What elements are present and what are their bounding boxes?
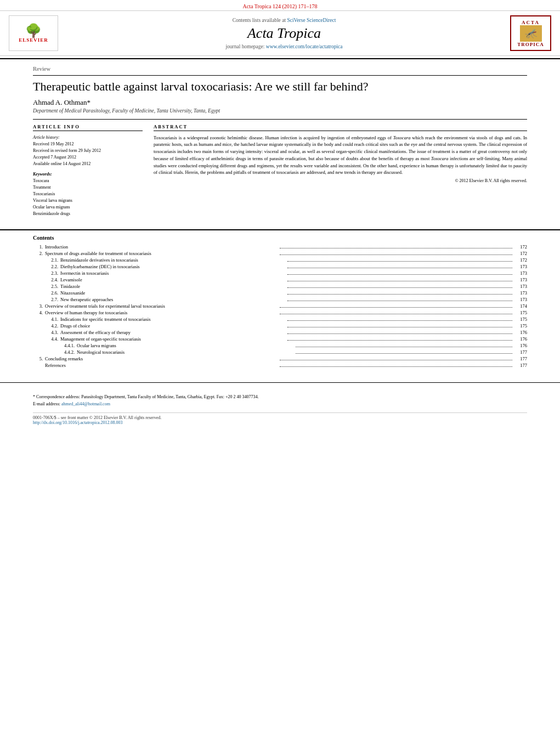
article-info-label: ARTICLE INFO [33, 124, 143, 131]
abstract-label: ABSTRACT [154, 124, 527, 131]
toc-item-4: 4. Overview of human therapy for toxocar… [33, 310, 527, 316]
toc-sub-num: 4.4. [45, 336, 60, 342]
correspondence-label: * Correspondence address: [33, 394, 80, 399]
copyright-text: 0001-706X/$ – see front matter © 2012 El… [33, 415, 527, 420]
toc-dots [287, 340, 513, 341]
toc-title: Tinidazole [60, 284, 286, 289]
toc-page: 177 [514, 356, 527, 361]
toc-dots [280, 314, 513, 314]
toc-num: 4. [33, 310, 45, 315]
toc-title: Spectrum of drugs available for treatmen… [45, 251, 278, 256]
toc-item-2-2: 2.2. Diethylcarbamazine (DEC) in toxocar… [45, 264, 527, 270]
abstract-copyright: © 2012 Elsevier B.V. All rights reserved… [154, 178, 527, 183]
toc-subsub-num: 4.4.2. [57, 349, 77, 355]
homepage-url[interactable]: www.elsevier.com/locate/actatropica [266, 44, 343, 49]
toc-dots [287, 301, 513, 301]
toc-dots [287, 281, 513, 281]
toc-num: 1. [33, 244, 45, 250]
journal-top-bar: Acta Tropica 124 (2012) 171–178 [0, 0, 560, 11]
journal-title-center: Contents lists available at SciVerse Sci… [58, 18, 510, 49]
page: Acta Tropica 124 (2012) 171–178 🌳 ELSEVI… [0, 0, 560, 741]
toc-title: Overview of human therapy for toxocarias… [45, 310, 278, 315]
contents-section: Contents 1. Introduction 172 2. Spectrum… [0, 229, 560, 374]
toc-sub-num: 2.1. [45, 257, 60, 263]
elsevier-wordmark: ELSEVIER [19, 37, 48, 43]
toc-dots [287, 320, 513, 321]
toc-page: 172 [514, 251, 527, 256]
acta-tropica-logo: ACTA 🦟 TROPICA [510, 15, 551, 51]
author-affiliation: Department of Medical Parasitology, Facu… [33, 108, 527, 114]
toc-title: Neurological toxocariasis [77, 349, 294, 355]
toc-title: Levamisole [60, 277, 286, 282]
toc-dots [287, 294, 513, 295]
toc-sub-num: 4.2. [45, 323, 60, 329]
doi-link[interactable]: http://dx.doi.org/10.1016/j.actatropica.… [33, 420, 527, 425]
abstract-text: Toxocariasis is a widespread zoonotic he… [154, 134, 527, 177]
toc-sub-num: 4.1. [45, 316, 60, 322]
available-online-date: Available online 14 August 2012 [33, 161, 143, 167]
toc-item-3: 3. Overview of treatment trials for expe… [33, 303, 527, 309]
elsevier-tree-icon: 🌳 [25, 24, 42, 37]
toc-item-4-2: 4.2. Drugs of choice 175 [45, 323, 527, 329]
toc-page: 173 [514, 284, 527, 289]
keyword-visceral: Visceral larva migrans [33, 197, 143, 204]
toc-title: Nitazoxanide [60, 290, 286, 296]
toc-item-4-4-2: 4.4.2. Neurological toxocariasis 177 [57, 349, 527, 355]
toc-page: 173 [514, 290, 527, 296]
article-title: Therapeutic battle against larval toxoca… [33, 79, 527, 95]
elsevier-logo: 🌳 ELSEVIER [9, 15, 58, 51]
article-history-label: Article history: [33, 134, 143, 140]
toc-dots [280, 248, 513, 248]
article-content: Review Therapeutic battle against larval… [0, 59, 560, 224]
received-date: Received 19 May 2012 [33, 141, 143, 147]
two-col-section: ARTICLE INFO Article history: Received 1… [33, 124, 527, 217]
keyword-toxocariasis: Toxocariasis [33, 191, 143, 197]
toc-item-4-4-1: 4.4.1. Ocular larva migrans 176 [57, 343, 527, 349]
toc-dots [280, 254, 513, 255]
toc-item-2-7: 2.7. New therapeutic approaches 173 [45, 297, 527, 303]
toc-dots [280, 366, 513, 367]
doi-url[interactable]: http://dx.doi.org/10.1016/j.actatropica.… [33, 420, 123, 425]
toc-sub-num: 2.2. [45, 264, 60, 269]
toc-page: 173 [514, 277, 527, 282]
toc-dots [287, 333, 513, 334]
toc-item-4-1: 4.1. Indications for specific treatment … [45, 316, 527, 323]
toc-num: 5. [33, 356, 45, 361]
toc-dots [287, 287, 513, 288]
homepage-label: journal homepage: [225, 44, 264, 49]
toc-dots [287, 327, 513, 327]
toc-item-5: 5. Concluding remarks 177 [33, 356, 527, 362]
journal-main-header: 🌳 ELSEVIER Contents lists available at S… [0, 11, 560, 56]
correspondence-text: Parasitology Department, Tanta Faculty o… [81, 394, 258, 399]
toc-sub-num: 2.6. [45, 290, 60, 296]
toc-title: References [45, 363, 278, 368]
received-revised-date: Received in revised form 29 July 2012 [33, 148, 143, 154]
article-footer: * Correspondence address: Parasitology D… [0, 382, 560, 429]
toc-item-1: 1. Introduction 172 [33, 244, 527, 250]
toc-page: 176 [514, 330, 527, 335]
toc-item-4-4: 4.4. Management of organ-specific toxoca… [45, 336, 527, 342]
sciverse-link[interactable]: SciVerse ScienceDirect [287, 18, 336, 23]
title-rule [33, 75, 527, 76]
toc-sub-num: 2.7. [45, 297, 60, 302]
toc-title: Ivermectin in toxocariasis [60, 270, 286, 276]
toc-page: 175 [514, 316, 527, 322]
toc-page: 173 [514, 264, 527, 269]
toc-item-2-4: 2.4. Levamisole 173 [45, 277, 527, 283]
author-name: Ahmad A. Othman* [33, 98, 527, 107]
journal-citation: Acta Tropica 124 (2012) 171–178 [242, 3, 317, 9]
toc-page: 176 [514, 343, 527, 348]
toc-item-4-3: 4.3. Assessment of the efficacy of thera… [45, 330, 527, 336]
toc-item-2: 2. Spectrum of drugs available for treat… [33, 251, 527, 257]
toc-title: Management of organ-specific toxocariasi… [60, 336, 286, 342]
keywords-label: Keywords: [33, 172, 143, 177]
toc-sub-num: 2.3. [45, 270, 60, 276]
keyword-toxocara: Toxocara [33, 178, 143, 184]
toc-item-2-6: 2.6. Nitazoxanide 173 [45, 290, 527, 296]
toc-title: Concluding remarks [45, 356, 278, 361]
contents-title: Contents [33, 235, 527, 241]
toc-page: 175 [514, 323, 527, 329]
email-link[interactable]: ahmed_ali44@hotmail.com [61, 401, 110, 406]
toc-page: 172 [514, 244, 527, 250]
toc-title: Benzimidazole derivatives in toxocariasi… [60, 257, 286, 263]
